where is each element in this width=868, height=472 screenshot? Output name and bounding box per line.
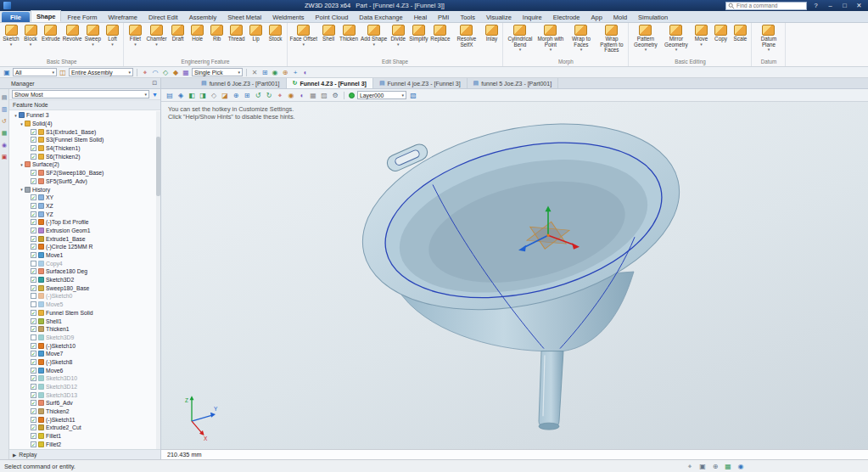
tree-item-xz[interactable]: ✓XZ <box>11 202 160 211</box>
tool-move[interactable]: Move▾ <box>692 24 710 48</box>
tree-scrollbar[interactable] <box>156 111 160 449</box>
expander-icon[interactable]: ▾ <box>19 162 25 167</box>
ribbon-tab-pmi[interactable]: PMI <box>433 12 454 22</box>
maximize-button[interactable]: □ <box>839 2 850 9</box>
ribbon-tab-mold[interactable]: Mold <box>608 12 632 22</box>
tool-scale[interactable]: Scale <box>731 24 749 43</box>
visibility-checkbox[interactable]: ✓ <box>31 375 36 381</box>
ribbon-tab-sheet-metal[interactable]: Sheet Metal <box>222 12 266 22</box>
expander-icon[interactable]: ▾ <box>19 187 25 192</box>
shade-edges-icon[interactable]: ◨ <box>199 92 207 99</box>
snap-grid-icon[interactable]: ⊞ <box>260 69 269 76</box>
visibility-checkbox[interactable]: ✓ <box>31 334 36 340</box>
tool-rib[interactable]: Rib <box>208 24 227 43</box>
ribbon-tab-free-form[interactable]: Free Form <box>62 12 102 22</box>
layer-manager-icon[interactable]: ▧ <box>409 92 417 99</box>
tool-chamfer[interactable]: Chamfer▾ <box>145 24 167 48</box>
ribbon-tab-simulation[interactable]: Simulation <box>633 12 673 22</box>
ribbon-tab-assembly[interactable]: Assembly <box>184 12 222 22</box>
ribbon-tab-data-exchange[interactable]: Data Exchange <box>354 12 407 22</box>
wireframe-icon[interactable]: ◇ <box>210 92 218 99</box>
ribbon-tab-heal[interactable]: Heal <box>409 12 432 22</box>
tree-item-fillet1[interactable]: ✓Fillet1 <box>11 432 160 441</box>
filter-funnel-icon[interactable]: ▼ <box>152 92 158 98</box>
tool-face-offset[interactable]: Face Offset▾ <box>289 24 318 48</box>
visibility-checkbox[interactable]: ✓ <box>31 252 36 258</box>
visibility-checkbox[interactable]: ✓ <box>31 424 36 430</box>
ribbon-tab-wireframe[interactable]: Wireframe <box>103 12 143 22</box>
tree-item-s6-thicken2[interactable]: ✓S6(Thicken2) <box>11 152 160 160</box>
visibility-checkbox[interactable]: ✓ <box>31 441 36 447</box>
tree-item-history[interactable]: ▾History <box>11 185 160 194</box>
tree-item-shell1[interactable]: ✓Shell1 <box>11 317 160 325</box>
document-tab-4[interactable]: ▤funnel 5 Joe.Z3 - [Part001] <box>468 78 559 88</box>
tool-revolve[interactable]: Revolve <box>62 24 83 43</box>
tree-item-sketch3d12[interactable]: ✓Sketch3D12 <box>11 383 160 391</box>
visibility-checkbox[interactable]: ✓ <box>31 145 36 151</box>
funnel-model[interactable] <box>344 102 697 430</box>
visibility-checkbox[interactable]: ✓ <box>31 170 36 176</box>
zoom-all-icon[interactable]: ⊕ <box>232 92 240 99</box>
visibility-checkbox[interactable]: ✓ <box>31 137 36 143</box>
tool-loft[interactable]: Loft▾ <box>103 24 121 48</box>
tool-copy[interactable]: Copy <box>711 24 730 43</box>
pick-mode-select[interactable]: Single Pick▾ <box>192 68 243 76</box>
appearance-icon[interactable]: ◐ <box>298 92 306 99</box>
tool-fillet[interactable]: Fillet▾ <box>126 24 144 48</box>
tree-item-sketch3d2[interactable]: ✓Sketch3D2 <box>11 276 160 284</box>
tool-hole[interactable]: Hole <box>188 24 207 43</box>
tree-item-thicken2[interactable]: ✓Thicken2 <box>11 407 160 416</box>
visibility-checkbox[interactable]: ✓ <box>31 318 36 324</box>
tree-item-sf5-surf6-adv[interactable]: ✓SF5(Surf6_Adv) <box>11 177 160 186</box>
tree-item-move7[interactable]: ✓Move7 <box>11 350 160 358</box>
ribbon-tab-file[interactable]: File <box>2 12 30 22</box>
tree-item-sketch3d10[interactable]: ✓Sketch3D10 <box>11 374 160 383</box>
replay-bar[interactable]: ▶ Replay <box>9 449 160 459</box>
tree-item-extrusion-geom1[interactable]: ✓Extrusion Geom1 <box>11 227 160 235</box>
tool-sketch[interactable]: Sketch▾ <box>2 24 20 48</box>
tree-filter-select[interactable]: Show Most ▾ <box>12 90 149 98</box>
rotate-view-icon[interactable]: ↻ <box>265 92 273 99</box>
tree-item-fillet2[interactable]: ✓Fillet2 <box>11 441 160 449</box>
manager-panel-icon[interactable]: ▥ <box>1 105 8 113</box>
tool-block[interactable]: Block▾ <box>21 24 40 48</box>
tool-divide[interactable]: Divide▾ <box>389 24 407 48</box>
visibility-checkbox[interactable]: ✓ <box>31 129 36 135</box>
layer-panel-icon[interactable]: ▦ <box>1 129 8 137</box>
tool-add-shape[interactable]: Add Shape▾ <box>360 24 388 48</box>
ribbon-tab-inquire[interactable]: Inquire <box>518 12 547 22</box>
pick-component-icon[interactable]: ▦ <box>182 69 190 76</box>
snap-center-icon[interactable]: ◉ <box>271 69 279 76</box>
clipboard-panel-icon[interactable]: ▤ <box>1 93 8 101</box>
pick-face-icon[interactable]: ◇ <box>161 69 170 76</box>
tree-item-top-ext-profile[interactable]: ✓(-)Top Ext Profile <box>11 218 160 227</box>
grid-toggle-icon[interactable]: ▦ <box>724 463 732 470</box>
tool-extrude[interactable]: Extrude <box>41 24 61 43</box>
tool-draft[interactable]: Draft <box>169 24 188 43</box>
snap-intersection-icon[interactable]: + <box>291 69 300 76</box>
tool-mirror-geometry[interactable]: Mirror Geometry▾ <box>661 24 691 53</box>
snap-quadrant-icon[interactable]: ⊕ <box>281 69 289 76</box>
tool-cylindrical-bend[interactable]: Cylindrical Bend▾ <box>505 24 535 53</box>
command-search[interactable] <box>725 2 807 10</box>
tree-item-sweep180-base[interactable]: ✓Sweep180_Base <box>11 284 160 292</box>
tree-item-circle-125mm-r[interactable]: ✓(-)Circle 125MM R <box>11 243 160 251</box>
visibility-checkbox[interactable]: ✓ <box>31 219 36 225</box>
expander-icon[interactable]: ▾ <box>13 113 19 118</box>
pick-curve-icon[interactable]: ◠ <box>151 69 160 76</box>
visibility-checkbox[interactable]: ✓ <box>31 359 36 365</box>
ribbon-tab-weldments[interactable]: Weldments <box>267 12 309 22</box>
visibility-checkbox[interactable]: ✓ <box>31 261 36 267</box>
undo-view-icon[interactable]: ↺ <box>254 92 262 99</box>
visibility-checkbox[interactable]: ✓ <box>31 203 36 209</box>
visual-panel-icon[interactable]: ◉ <box>1 141 8 149</box>
visibility-checkbox[interactable]: ✓ <box>31 392 36 398</box>
tree-item-funnel-3[interactable]: ▾Funnel 3 <box>11 111 160 120</box>
tree-item-s3-funnel-stem-solid[interactable]: ✓S3(Funnel Stem Solid) <box>11 136 160 144</box>
document-tab-1[interactable]: ▤funnel 6 Joe.Z3 - [Part001] <box>195 78 287 88</box>
tree-item-sketch3d13[interactable]: ✓Sketch3D13 <box>11 391 160 399</box>
tool-pattern-geometry[interactable]: Pattern Geometry▾ <box>630 24 660 53</box>
background-icon[interactable]: ▨ <box>320 92 328 99</box>
tree-item-sf2-sweep180-base[interactable]: ✓SF2(Sweep180_Base) <box>11 169 160 177</box>
ribbon-tab-point-cloud[interactable]: Point Cloud <box>311 12 354 22</box>
